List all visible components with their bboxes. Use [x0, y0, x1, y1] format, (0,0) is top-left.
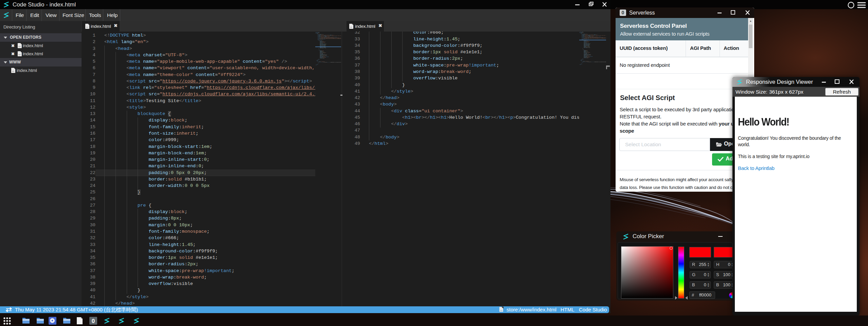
svg-text:0: 0 — [92, 318, 95, 324]
